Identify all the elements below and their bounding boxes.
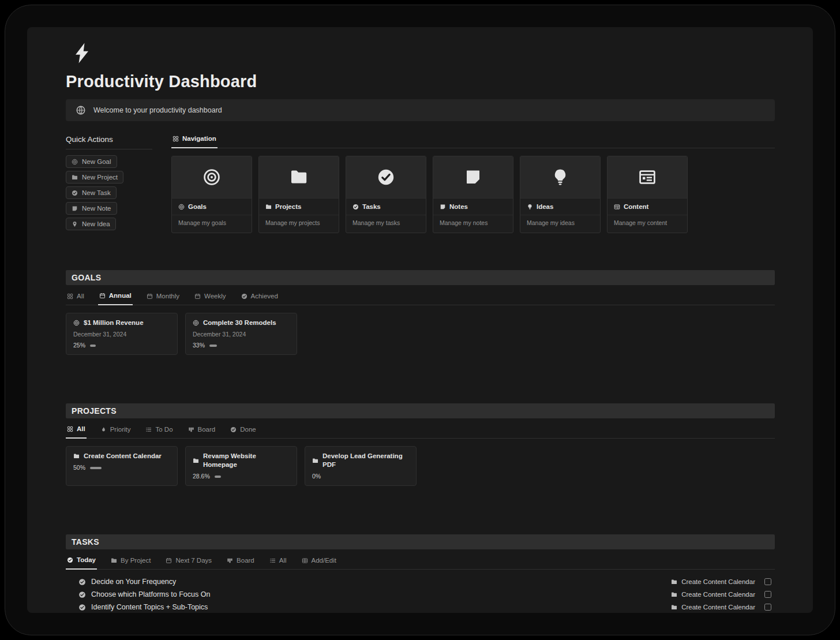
top-section: Quick Actions New Goal New Project Ne	[66, 135, 775, 233]
task-row[interactable]: Identify Content Topics + Sub-Topics Cre…	[66, 601, 775, 613]
target-icon	[178, 204, 185, 210]
list-icon	[269, 557, 276, 564]
calendar-icon	[166, 557, 172, 564]
tasks-tab-all[interactable]: All	[268, 557, 288, 569]
tab-label: Achieved	[251, 293, 278, 300]
task-project-link[interactable]: Create Content Calendar	[681, 591, 755, 598]
task-project-link[interactable]: Create Content Calendar	[681, 604, 755, 611]
tasks-tab-today[interactable]: Today	[66, 556, 97, 570]
globe-icon	[76, 105, 86, 115]
goal-card[interactable]: $1 Million Revenue December 31, 2024 25%	[66, 313, 178, 355]
tasks-tab-by-project[interactable]: By Project	[110, 557, 152, 569]
board-icon	[227, 557, 233, 564]
projects-tab-todo[interactable]: To Do	[144, 426, 174, 438]
goals-tab-weekly[interactable]: Weekly	[193, 293, 227, 305]
nav-card-tasks[interactable]: Tasks Manage my tasks	[346, 156, 426, 233]
task-project-link[interactable]: Create Content Calendar	[681, 578, 755, 585]
goals-tab-achieved[interactable]: Achieved	[240, 293, 279, 305]
nav-card-notes[interactable]: Notes Manage my notes	[433, 156, 513, 233]
project-percent: 28.6%	[193, 473, 210, 480]
tab-label: Monthly	[156, 293, 179, 300]
project-card[interactable]: Develop Lead Generating PDF 0%	[305, 446, 417, 486]
card-title: Ideas	[537, 203, 553, 210]
card-subtitle: Manage my projects	[259, 215, 339, 233]
goals-tab-annual[interactable]: Annual	[98, 292, 133, 305]
pin-icon	[72, 221, 78, 227]
tab-label: To Do	[155, 426, 172, 433]
nav-card-ideas[interactable]: Ideas Manage my ideas	[520, 156, 601, 233]
nav-card-content[interactable]: Content Manage my content	[607, 156, 688, 233]
goals-heading: GOALS	[66, 270, 775, 285]
tab-label: All	[77, 425, 85, 432]
flame-icon	[100, 426, 107, 433]
card-title: Projects	[275, 203, 301, 210]
card-title: Content	[624, 203, 648, 210]
project-title: Develop Lead Generating PDF	[322, 452, 409, 469]
projects-heading: PROJECTS	[66, 403, 775, 418]
tab-label: Next 7 Days	[175, 557, 212, 564]
new-goal-button[interactable]: New Goal	[66, 155, 117, 168]
folder-icon	[193, 458, 199, 464]
new-note-button[interactable]: New Note	[66, 202, 117, 215]
card-icon-area	[346, 156, 426, 198]
goals-tab-all[interactable]: All	[66, 293, 85, 305]
navigation-cards: Goals Manage my goals Projects Manage my…	[171, 156, 775, 233]
nav-card-projects[interactable]: Projects Manage my projects	[258, 156, 339, 233]
progress-bar	[90, 345, 96, 347]
device-frame: Productivity Dashboard Welcome to your p…	[5, 5, 835, 635]
goals-tabs: All Annual Monthly Weekly Achieved	[66, 292, 775, 305]
goals-tab-monthly[interactable]: Monthly	[145, 293, 181, 305]
goal-card[interactable]: Complete 30 Remodels December 31, 2024 3…	[185, 313, 297, 355]
bulb-icon	[527, 204, 533, 210]
content-icon	[614, 204, 620, 210]
goal-date: December 31, 2024	[73, 331, 170, 338]
goal-percent: 33%	[193, 342, 205, 349]
card-title: Goals	[188, 203, 207, 210]
new-idea-button[interactable]: New Idea	[66, 218, 116, 230]
check-circle-icon	[78, 604, 86, 611]
projects-tab-all[interactable]: All	[66, 425, 87, 439]
grid-icon	[172, 136, 179, 142]
check-circle-icon	[78, 591, 86, 598]
note-icon	[440, 204, 446, 210]
projects-tab-done[interactable]: Done	[229, 426, 257, 438]
task-title: Choose which Platforms to Focus On	[91, 590, 210, 598]
tasks-tab-next-7-days[interactable]: Next 7 Days	[164, 557, 213, 569]
button-label: New Note	[82, 205, 111, 212]
check-circle-icon	[352, 204, 359, 210]
projects-tab-priority[interactable]: Priority	[99, 426, 132, 438]
tab-label: All	[77, 293, 84, 300]
projects-tab-board[interactable]: Board	[187, 426, 217, 438]
task-checkbox[interactable]	[764, 578, 771, 585]
task-row[interactable]: Decide on Your Frequency Create Content …	[66, 575, 775, 588]
task-checkbox[interactable]	[764, 591, 771, 598]
tab-label: All	[279, 557, 287, 564]
new-project-button[interactable]: New Project	[66, 171, 123, 184]
check-circle-icon	[78, 578, 86, 586]
note-icon	[464, 168, 482, 186]
tasks-tab-add-edit[interactable]: Add/Edit	[301, 557, 337, 569]
new-task-button[interactable]: New Task	[66, 186, 117, 199]
goals-cards: $1 Million Revenue December 31, 2024 25%…	[66, 313, 775, 355]
tab-navigation[interactable]: Navigation	[171, 135, 217, 148]
folder-icon	[72, 174, 78, 181]
progress-bar	[215, 476, 221, 478]
task-row[interactable]: Choose which Platforms to Focus On Creat…	[66, 588, 775, 601]
folder-icon	[265, 204, 272, 210]
project-card[interactable]: Revamp Website Homepage 28.6%	[185, 446, 297, 486]
folder-icon	[671, 604, 677, 611]
card-subtitle: Manage my content	[608, 215, 687, 233]
button-label: New Goal	[82, 158, 111, 165]
board-icon	[188, 426, 194, 433]
tasks-tab-board[interactable]: Board	[226, 557, 256, 569]
project-card[interactable]: Create Content Calendar 50%	[66, 446, 178, 486]
card-icon-area	[172, 156, 252, 198]
quick-actions-heading: Quick Actions	[66, 135, 152, 149]
nav-card-goals[interactable]: Goals Manage my goals	[171, 156, 252, 233]
card-icon-area	[433, 156, 513, 198]
tab-label: Navigation	[182, 135, 216, 142]
calendar-icon	[194, 293, 201, 300]
task-checkbox[interactable]	[764, 604, 771, 611]
target-icon	[73, 320, 80, 326]
folder-icon	[290, 168, 308, 186]
